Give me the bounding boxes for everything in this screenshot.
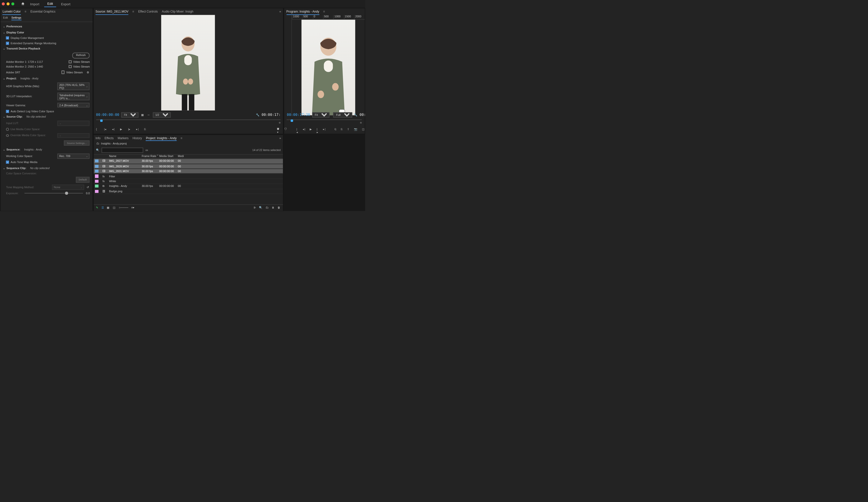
source-playhead[interactable]	[100, 119, 103, 122]
dcm-checkbox[interactable]	[6, 37, 9, 39]
monitor2-stream-checkbox[interactable]	[69, 65, 72, 68]
source-settings-button[interactable]: Source Settings...	[64, 140, 90, 146]
workspace-tab-export[interactable]: Export	[58, 1, 73, 7]
table-row[interactable]: fx Filter	[93, 174, 283, 179]
source-clip-section[interactable]: Source Clip: No clip selected	[3, 114, 90, 120]
go-out-icon[interactable]: ▸|	[136, 127, 140, 131]
find-icon[interactable]: 🔍	[259, 206, 262, 209]
refresh-button[interactable]: Refresh	[72, 52, 90, 58]
pencil-icon[interactable]: ✎	[96, 206, 99, 209]
label-chip[interactable]	[95, 180, 99, 183]
exposure-value[interactable]: 0.0	[86, 192, 90, 195]
monitor1-stream-checkbox[interactable]	[69, 60, 72, 63]
table-row[interactable]: 🖼 Badge.png	[93, 189, 283, 194]
wrench-icon[interactable]: 🔧	[256, 113, 260, 117]
step-fwd-icon[interactable]: |▸	[128, 127, 132, 131]
close-window-button[interactable]	[2, 2, 5, 5]
preferences-section[interactable]: Preferences	[3, 24, 90, 30]
col-name[interactable]: Name	[109, 155, 142, 158]
extract-icon[interactable]: ⎘	[341, 127, 343, 131]
play-icon[interactable]: ▶	[120, 127, 124, 131]
label-chip[interactable]	[95, 170, 99, 173]
program-scrubber[interactable]	[287, 119, 362, 125]
program-duration-timecode[interactable]: 00:04:33:02	[360, 113, 365, 116]
automate-icon[interactable]: ⊪	[254, 206, 256, 209]
step-fwd-icon[interactable]: |▸	[317, 127, 319, 131]
program-in-timecode[interactable]: 00:00:17:20	[287, 113, 310, 116]
source-tab[interactable]: Source: IMG_2811.MOV	[95, 9, 128, 15]
panel-menu-icon[interactable]: ≡	[132, 10, 134, 13]
program-quality-select[interactable]: Full	[333, 112, 352, 117]
mark-in-icon[interactable]: {	[96, 127, 100, 131]
exposure-slider[interactable]	[24, 193, 83, 194]
panel-menu-icon[interactable]: ≡	[24, 10, 27, 13]
overflow-icon[interactable]: »	[279, 136, 281, 140]
compare-icon[interactable]: ◫	[362, 127, 365, 131]
grid-view-icon[interactable]: ▦	[107, 206, 110, 209]
label-chip[interactable]	[95, 185, 99, 188]
output-icon[interactable]: ↔	[147, 113, 151, 117]
freeform-icon[interactable]: ◫	[113, 206, 116, 209]
lumetri-sub-edit[interactable]: Edit	[3, 16, 8, 20]
trash-icon[interactable]: 🗑	[278, 206, 280, 209]
source-res-select[interactable]: 1/2	[153, 112, 170, 117]
col-mediastart[interactable]: Media Start	[159, 155, 178, 158]
label-chip[interactable]	[95, 165, 99, 167]
history-tab[interactable]: History	[133, 135, 142, 141]
table-row[interactable]: fx White	[93, 179, 283, 184]
col-framerate[interactable]: Frame Rate ˄	[142, 155, 159, 158]
label-chip[interactable]	[95, 190, 99, 193]
label-chip[interactable]	[95, 160, 99, 163]
srt-stream-checkbox[interactable]	[62, 71, 64, 74]
project-tab[interactable]: Project: Insights - Andy	[146, 135, 177, 141]
program-zoom-select[interactable]: Fit	[312, 112, 330, 117]
go-out-icon[interactable]: ▸|	[323, 127, 326, 131]
insert-icon[interactable]: ⎘	[144, 127, 148, 131]
table-row[interactable]: ⧉ Insights - Andy 30.00 fps 00:00:00:00 …	[93, 184, 283, 189]
sequence-clip-section[interactable]: Sequence Clip: No clip selected	[3, 165, 90, 171]
auto-tone-checkbox[interactable]	[6, 161, 9, 164]
hdr-dropdown[interactable]: 203 (75% HLG, 58% PQ)	[57, 82, 90, 90]
program-viewport[interactable]	[292, 19, 364, 116]
label-chip[interactable]	[95, 175, 99, 178]
source-out-timecode[interactable]: 00:00:17:	[262, 113, 281, 116]
sequence-section[interactable]: Sequence: Insights - Andy	[3, 147, 90, 153]
gamma-dropdown[interactable]: 2.4 (Broadcast)	[57, 103, 90, 108]
mark-out-icon[interactable]: ⛉	[284, 127, 287, 131]
minimize-window-button[interactable]	[7, 2, 10, 5]
export-frame-icon[interactable]: ⇪	[347, 127, 350, 131]
safe-margins-icon[interactable]: ▦	[141, 113, 145, 117]
play-icon[interactable]: ▶	[310, 127, 312, 131]
col-mediaend[interactable]: Medi	[178, 155, 188, 158]
table-row[interactable]: 🎞 IMG_2831.MOV 30.00 fps 00:00:00:00 00	[93, 169, 283, 174]
go-in-icon[interactable]: |◂	[296, 127, 298, 131]
slider-thumb[interactable]	[65, 192, 68, 194]
new-bin-icon[interactable]: 🗀	[266, 206, 269, 209]
default-button[interactable]: Default	[75, 177, 90, 183]
panel-menu-icon[interactable]: ≡	[323, 10, 325, 13]
search-input[interactable]	[102, 147, 143, 153]
table-row[interactable]: 🎞 IMG_2827.MOV 30.00 fps 00:00:00:00 00	[93, 159, 283, 164]
lift-icon[interactable]: ⎗	[334, 127, 336, 131]
program-playhead[interactable]	[290, 119, 293, 122]
table-row[interactable]: 🎞 IMG_2828.MOV 30.00 fps 00:00:00:00 00	[93, 164, 283, 169]
markers-tab[interactable]: Markers	[118, 135, 128, 141]
mark-in-icon[interactable]: ⛊	[277, 127, 280, 131]
step-back-icon[interactable]: ◂|	[303, 127, 305, 131]
display-color-section[interactable]: Display Color	[3, 30, 90, 36]
workspace-tab-import[interactable]: Import	[27, 1, 42, 7]
sort-icon[interactable]: ≡▾	[131, 206, 135, 209]
filter-icon[interactable]: ▭	[145, 148, 148, 152]
home-icon[interactable]	[21, 1, 25, 6]
source-viewport[interactable]	[93, 15, 283, 110]
lumetri-tab[interactable]: Lumetri Color	[2, 9, 21, 15]
overflow-tabs-icon[interactable]: »	[279, 10, 281, 13]
list-view-icon[interactable]: ☰	[102, 206, 104, 209]
essential-graphics-tab[interactable]: Essential Graphics	[30, 9, 55, 14]
info-tab[interactable]: Info	[95, 135, 101, 141]
new-item-icon[interactable]: 🗎	[272, 206, 275, 209]
camera-icon[interactable]: 📷	[354, 127, 358, 131]
effect-controls-tab[interactable]: Effect Controls	[138, 9, 158, 14]
audio-mixer-tab[interactable]: Audio Clip Mixer: Insigh	[162, 9, 193, 14]
maximize-window-button[interactable]	[12, 2, 14, 5]
